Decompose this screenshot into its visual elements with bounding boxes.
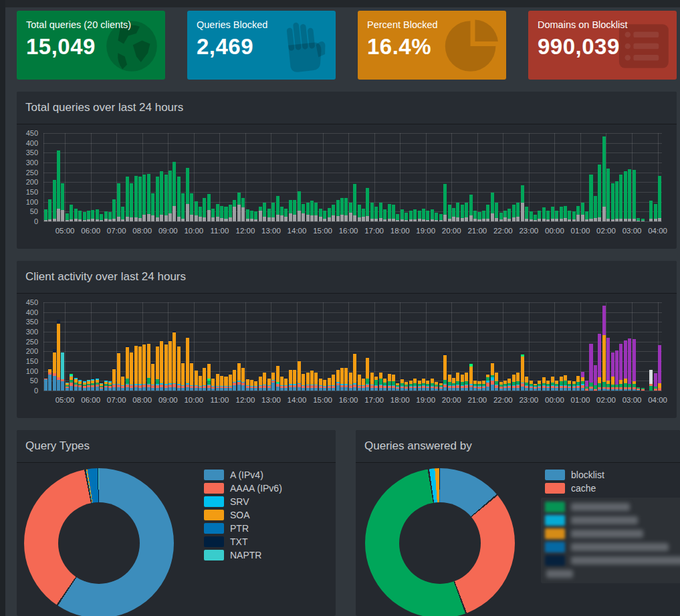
query-bar[interactable] bbox=[598, 165, 601, 221]
query-bar[interactable] bbox=[473, 211, 477, 221]
query-bar[interactable] bbox=[48, 199, 51, 221]
query-bar[interactable] bbox=[658, 345, 661, 391]
query-bar[interactable] bbox=[461, 374, 464, 391]
query-bar[interactable] bbox=[220, 206, 223, 221]
query-bar[interactable] bbox=[126, 177, 129, 221]
query-bar[interactable] bbox=[405, 382, 408, 391]
legend-item[interactable]: blocklist bbox=[545, 468, 680, 482]
query-bar[interactable] bbox=[259, 207, 262, 221]
query-bar[interactable] bbox=[452, 208, 455, 221]
query-bar[interactable] bbox=[619, 344, 622, 391]
query-bar[interactable] bbox=[211, 378, 215, 391]
query-bar[interactable] bbox=[173, 331, 176, 391]
query-bar[interactable] bbox=[362, 209, 365, 221]
query-bar[interactable] bbox=[388, 373, 391, 391]
query-bar[interactable] bbox=[435, 213, 438, 221]
query-bar[interactable] bbox=[91, 379, 94, 391]
query-bar[interactable] bbox=[362, 378, 365, 391]
query-bar[interactable] bbox=[422, 378, 425, 391]
query-bar[interactable] bbox=[284, 378, 288, 391]
query-bar[interactable] bbox=[302, 373, 305, 391]
query-bar[interactable] bbox=[87, 380, 90, 391]
query-bar[interactable] bbox=[560, 207, 563, 221]
query-bar[interactable] bbox=[250, 211, 253, 221]
query-bar[interactable] bbox=[392, 374, 395, 391]
query-bar[interactable] bbox=[383, 209, 386, 221]
legend-item[interactable]: cache bbox=[545, 482, 680, 495]
query-bar[interactable] bbox=[246, 379, 249, 391]
query-bar[interactable] bbox=[216, 204, 219, 221]
query-bar[interactable] bbox=[224, 376, 227, 391]
query-bar[interactable] bbox=[186, 337, 189, 391]
query-bar[interactable] bbox=[585, 381, 588, 391]
query-bar[interactable] bbox=[284, 209, 288, 221]
query-bar[interactable] bbox=[340, 367, 344, 391]
query-bar[interactable] bbox=[181, 193, 185, 221]
query-bar[interactable] bbox=[431, 379, 434, 391]
chart-plot-area[interactable] bbox=[43, 302, 662, 391]
query-bar[interactable] bbox=[130, 183, 133, 221]
query-bar[interactable] bbox=[78, 380, 82, 391]
query-bar[interactable] bbox=[516, 203, 520, 221]
query-bar[interactable] bbox=[310, 370, 314, 391]
query-bar[interactable] bbox=[379, 203, 382, 221]
query-types-donut[interactable] bbox=[24, 468, 174, 616]
query-bar[interactable] bbox=[53, 180, 56, 221]
query-bar[interactable] bbox=[568, 211, 571, 221]
query-bar[interactable] bbox=[461, 205, 464, 221]
query-bar[interactable] bbox=[534, 384, 537, 391]
query-bar[interactable] bbox=[538, 211, 541, 221]
query-bar[interactable] bbox=[637, 218, 640, 221]
query-bar[interactable] bbox=[349, 372, 352, 391]
query-bar[interactable] bbox=[495, 203, 498, 221]
query-bar[interactable] bbox=[74, 209, 78, 221]
query-bar[interactable] bbox=[117, 352, 120, 391]
query-bar[interactable] bbox=[276, 365, 279, 391]
query-bar[interactable] bbox=[349, 203, 352, 221]
query-bar[interactable] bbox=[323, 380, 326, 391]
query-bar[interactable] bbox=[340, 198, 344, 221]
legend-item-redacted[interactable] bbox=[545, 514, 680, 527]
query-bar[interactable] bbox=[611, 183, 614, 221]
query-bar[interactable] bbox=[654, 204, 657, 221]
query-bar[interactable] bbox=[66, 213, 69, 221]
query-bar[interactable] bbox=[298, 361, 301, 391]
query-bar[interactable] bbox=[87, 211, 90, 221]
query-bar[interactable] bbox=[74, 378, 78, 391]
query-bar[interactable] bbox=[203, 367, 206, 391]
query-bar[interactable] bbox=[177, 346, 181, 391]
query-bar[interactable] bbox=[564, 375, 567, 391]
query-bar[interactable] bbox=[581, 372, 584, 391]
query-bar[interactable] bbox=[289, 369, 292, 391]
query-bar[interactable] bbox=[314, 372, 318, 391]
query-bar[interactable] bbox=[512, 205, 516, 221]
query-bar[interactable] bbox=[426, 211, 429, 221]
legend-item[interactable]: PTR bbox=[204, 522, 282, 535]
query-bar[interactable] bbox=[229, 205, 232, 221]
query-bar[interactable] bbox=[100, 214, 103, 221]
query-bar[interactable] bbox=[581, 203, 584, 221]
query-bar[interactable] bbox=[452, 377, 455, 391]
query-bar[interactable] bbox=[426, 380, 429, 391]
legend-item[interactable]: SRV bbox=[204, 495, 282, 508]
query-bar[interactable] bbox=[589, 175, 592, 221]
query-bar[interactable] bbox=[366, 188, 369, 221]
query-bar[interactable] bbox=[396, 214, 399, 221]
query-bar[interactable] bbox=[336, 200, 340, 221]
query-bar[interactable] bbox=[495, 372, 498, 391]
query-bar[interactable] bbox=[241, 367, 245, 391]
query-bar[interactable] bbox=[293, 200, 296, 221]
query-bar[interactable] bbox=[512, 374, 516, 391]
query-bar[interactable] bbox=[160, 340, 163, 391]
query-bar[interactable] bbox=[306, 203, 310, 221]
legend-item[interactable]: SOA bbox=[204, 508, 282, 522]
query-bar[interactable] bbox=[641, 219, 645, 221]
query-bar[interactable] bbox=[302, 204, 305, 221]
query-bar[interactable] bbox=[503, 211, 507, 221]
query-bar[interactable] bbox=[211, 209, 215, 221]
query-bar[interactable] bbox=[96, 209, 99, 221]
query-bar[interactable] bbox=[594, 365, 597, 391]
query-bar[interactable] bbox=[250, 380, 253, 391]
query-bar[interactable] bbox=[237, 363, 241, 391]
query-bar[interactable] bbox=[96, 379, 99, 391]
